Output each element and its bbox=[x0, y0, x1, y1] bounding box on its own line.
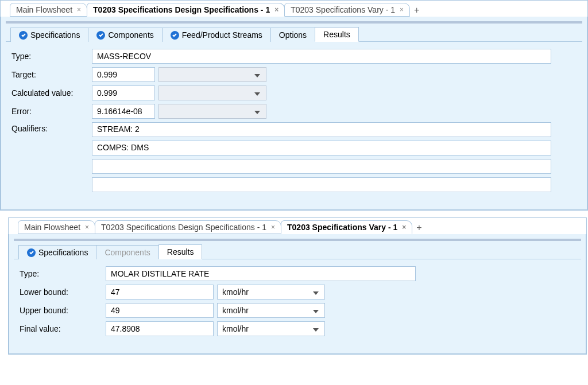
tab-label: Main Flowsheet bbox=[16, 5, 72, 14]
upper-unit: kmol/hr bbox=[222, 306, 249, 315]
form-area-1: Type: MASS-RECOV Target: 0.999 Calculate… bbox=[6, 42, 582, 199]
check-icon bbox=[19, 31, 28, 40]
tab-components[interactable]: Components bbox=[96, 245, 158, 259]
target-field[interactable]: 0.999 bbox=[92, 67, 155, 82]
chevron-down-icon bbox=[254, 107, 260, 116]
tab-label: T0203 Specifications Vary - 1 bbox=[291, 5, 395, 14]
qualifier-text: COMPS: DMS bbox=[97, 143, 149, 152]
row-type: Type: MASS-RECOV bbox=[11, 49, 577, 64]
qualifier-item[interactable]: COMPS: DMS bbox=[92, 141, 551, 155]
qualifier-item[interactable] bbox=[92, 159, 551, 174]
upper-field[interactable]: 49 bbox=[106, 303, 214, 318]
close-icon[interactable]: × bbox=[77, 6, 81, 14]
panel-design-spec: Main Flowsheet × T0203 Specifications De… bbox=[0, 0, 588, 211]
lower-field[interactable]: 47 bbox=[106, 285, 214, 300]
row-error: Error: 9.16614e-08 bbox=[11, 104, 577, 119]
check-icon bbox=[171, 31, 179, 40]
final-value: 47.8908 bbox=[111, 324, 140, 333]
inner-tab-label: Components bbox=[105, 248, 150, 257]
inner-tab-label: Components bbox=[108, 30, 153, 40]
close-icon[interactable]: × bbox=[400, 6, 404, 14]
qualifiers-list: STREAM: 2 COMPS: DMS bbox=[92, 122, 551, 192]
target-label: Target: bbox=[11, 70, 92, 79]
type-field[interactable]: MOLAR DISTILLATE RATE bbox=[106, 266, 416, 281]
tab-specifications[interactable]: Specifications bbox=[10, 28, 88, 42]
lower-label: Lower bound: bbox=[20, 287, 106, 297]
tab-results[interactable]: Results bbox=[158, 244, 203, 259]
inner-tabs-1: Specifications Components Feed/Product S… bbox=[6, 25, 582, 42]
close-icon[interactable]: × bbox=[274, 6, 278, 14]
error-field[interactable]: 9.16614e-08 bbox=[92, 104, 155, 119]
row-type: Type: MOLAR DISTILLATE RATE bbox=[20, 266, 575, 281]
inner-tab-label: Results bbox=[167, 247, 194, 256]
tab-label: T0203 Specifications Design Specificatio… bbox=[101, 223, 266, 232]
type-label: Type: bbox=[11, 52, 92, 61]
final-field[interactable]: 47.8908 bbox=[106, 321, 214, 336]
chevron-down-icon bbox=[313, 306, 319, 315]
type-value: MASS-RECOV bbox=[97, 52, 151, 61]
inner-tabs-2: Specifications Components Results bbox=[14, 242, 581, 259]
add-tab-button[interactable]: + bbox=[409, 4, 424, 17]
final-unit: kmol/hr bbox=[222, 324, 249, 333]
inner-tab-label: Options bbox=[279, 30, 307, 40]
tab-main-flowsheet[interactable]: Main Flowsheet × bbox=[18, 220, 95, 234]
lower-value: 47 bbox=[111, 287, 120, 297]
close-icon[interactable]: × bbox=[85, 223, 89, 231]
tab-vary[interactable]: T0203 Specifications Vary - 1 × bbox=[281, 220, 412, 234]
type-value: MOLAR DISTILLATE RATE bbox=[111, 269, 209, 278]
underline-bar bbox=[14, 239, 581, 241]
tab-label: Main Flowsheet bbox=[24, 223, 80, 232]
chevron-down-icon bbox=[254, 70, 260, 79]
row-final-value: Final value: 47.8908 kmol/hr bbox=[20, 321, 575, 336]
upper-label: Upper bound: bbox=[20, 306, 106, 315]
chevron-down-icon bbox=[254, 88, 260, 98]
tab-feed-product-streams[interactable]: Feed/Product Streams bbox=[162, 28, 271, 42]
lower-unit-dropdown[interactable]: kmol/hr bbox=[217, 285, 325, 300]
add-tab-button[interactable]: + bbox=[412, 221, 426, 234]
lower-unit: kmol/hr bbox=[222, 287, 249, 297]
tab-specifications[interactable]: Specifications bbox=[18, 245, 96, 259]
underline-bar bbox=[6, 21, 582, 24]
type-label: Type: bbox=[20, 269, 106, 278]
tab-results[interactable]: Results bbox=[315, 27, 359, 42]
error-value: 9.16614e-08 bbox=[97, 107, 142, 116]
tab-main-flowsheet[interactable]: Main Flowsheet × bbox=[10, 3, 87, 17]
inner-tab-label: Specifications bbox=[38, 248, 88, 257]
check-icon bbox=[27, 248, 36, 257]
close-icon[interactable]: × bbox=[271, 223, 275, 231]
form-area-2: Type: MOLAR DISTILLATE RATE Lower bound:… bbox=[14, 259, 581, 343]
qualifier-item[interactable] bbox=[92, 177, 551, 192]
inner-tab-label: Specifications bbox=[30, 30, 80, 40]
qualifiers-label: Qualifiers: bbox=[11, 122, 92, 133]
chevron-down-icon bbox=[313, 324, 319, 333]
tab-components[interactable]: Components bbox=[88, 28, 162, 42]
chevron-down-icon bbox=[313, 287, 319, 297]
check-icon bbox=[96, 31, 105, 40]
outer-tabs-2: Main Flowsheet × T0203 Specifications De… bbox=[9, 218, 586, 234]
qualifier-text: STREAM: 2 bbox=[97, 125, 140, 134]
row-lower-bound: Lower bound: 47 kmol/hr bbox=[20, 285, 575, 300]
calc-label: Calculated value: bbox=[11, 88, 92, 98]
tab-vary[interactable]: T0203 Specifications Vary - 1 × bbox=[284, 3, 410, 17]
row-upper-bound: Upper bound: 49 kmol/hr bbox=[20, 303, 575, 318]
row-calc-value: Calculated value: 0.999 bbox=[11, 85, 577, 100]
qualifier-item[interactable]: STREAM: 2 bbox=[92, 122, 551, 137]
upper-unit-dropdown[interactable]: kmol/hr bbox=[217, 303, 325, 318]
panel-vary: Main Flowsheet × T0203 Specifications De… bbox=[8, 217, 587, 355]
error-label: Error: bbox=[11, 107, 92, 116]
final-label: Final value: bbox=[20, 324, 106, 333]
calc-value: 0.999 bbox=[97, 88, 117, 98]
target-unit-dropdown bbox=[158, 67, 266, 82]
tab-label: T0203 Specifications Vary - 1 bbox=[287, 223, 397, 232]
tab-options[interactable]: Options bbox=[270, 28, 315, 42]
target-value: 0.999 bbox=[97, 70, 117, 79]
tab-design-spec[interactable]: T0203 Specifications Design Specificatio… bbox=[87, 3, 285, 17]
calc-unit-dropdown bbox=[158, 85, 266, 100]
final-unit-dropdown[interactable]: kmol/hr bbox=[217, 321, 325, 336]
calc-field[interactable]: 0.999 bbox=[92, 85, 155, 100]
tab-design-spec[interactable]: T0203 Specifications Design Specificatio… bbox=[95, 220, 281, 234]
row-qualifiers: Qualifiers: STREAM: 2 COMPS: DMS bbox=[11, 122, 577, 192]
close-icon[interactable]: × bbox=[402, 223, 406, 231]
inner-tab-label: Results bbox=[323, 30, 350, 39]
type-field[interactable]: MASS-RECOV bbox=[92, 49, 551, 64]
